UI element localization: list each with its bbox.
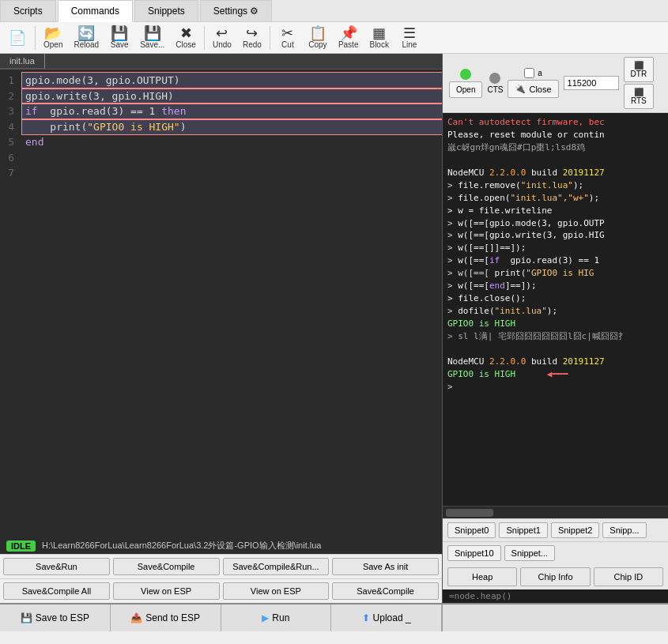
upload-button[interactable]: ⬆ Upload _	[331, 604, 442, 631]
cts-group: CTS	[487, 73, 503, 94]
view-on-esp2-button[interactable]: View on ESP	[223, 582, 330, 600]
terminal-line: > file.close();	[447, 292, 663, 305]
save-run-button[interactable]: Save&Run	[3, 558, 110, 575]
redo-icon: ↪	[246, 26, 258, 40]
snippet2-button[interactable]: Snippet2	[551, 522, 599, 538]
close-button[interactable]: ✖Close	[171, 24, 201, 51]
view-on-esp-button[interactable]: View on ESP	[113, 582, 220, 600]
scroll-thumb[interactable]	[446, 509, 493, 517]
snippet1-button[interactable]: Snippet1	[499, 522, 547, 538]
bottom-bar: 💾 Save to ESP 📤 Send to ESP ▶ Run ⬆ Uplo…	[0, 603, 668, 631]
close-conn-button[interactable]: 🔌 Close	[508, 80, 558, 98]
open-button-conn[interactable]: Open	[449, 81, 482, 98]
scroll-bar[interactable]	[443, 506, 668, 518]
open-icon: 📂	[44, 26, 62, 40]
snippet10-button[interactable]: Snippet10	[447, 545, 501, 561]
tab-settings[interactable]: Settings ⚙	[200, 0, 273, 21]
code-line-4: if gpio.read(3) == 1 then	[22, 104, 442, 119]
line-icon: ☰	[403, 26, 416, 40]
tab-commands[interactable]: Commands	[58, 0, 133, 22]
save-button[interactable]: 💾Save	[105, 24, 134, 51]
snippet11-button[interactable]: Snippet...	[504, 545, 555, 561]
footer-note: =node.heap()	[443, 589, 668, 603]
terminal-line: > sl l满| 宅郢囧囧囧囧囧囧l囧c|喊囧囧扌	[447, 330, 663, 343]
save-to-esp-button[interactable]: 💾 Save to ESP	[0, 604, 111, 631]
terminal-line: > w([==[gpio.write(3, gpio.HIG	[447, 229, 663, 242]
terminal-line	[447, 343, 663, 356]
green-indicator	[460, 69, 471, 80]
undo-button[interactable]: ↩Undo	[208, 24, 236, 51]
line-num-4: 4	[0, 119, 14, 135]
top-tabs: Scripts Commands Snippets Settings ⚙	[0, 0, 668, 22]
chip-info-button[interactable]: Chip Info	[520, 567, 590, 586]
line-num-5: 5	[0, 134, 14, 150]
save-as-button[interactable]: 💾Save...	[135, 24, 169, 51]
editor-area[interactable]: 1 2 3 4 5 6 7 gpio.mode(3, gpio.OUTPUT) …	[0, 70, 442, 537]
rts-icon: ⬛	[634, 88, 643, 96]
line-num-6: 6	[0, 150, 14, 166]
line-num-3: 3	[0, 104, 14, 119]
save-compile2-button[interactable]: Save&Compile	[332, 582, 439, 600]
toolbar-sep-1	[35, 26, 36, 50]
save-as-init-button[interactable]: Save As init	[332, 558, 439, 575]
run-icon: ▶	[262, 612, 269, 623]
save-as-icon: 💾	[144, 26, 161, 40]
terminal-line: GPIO0 is HIGH ◀━━━	[447, 368, 663, 381]
right-panel: Open CTS a 🔌 Close ⬛DTR ⬛RTS	[443, 54, 668, 603]
chip-id-button[interactable]: Chip ID	[594, 567, 663, 586]
cut-icon: ✂	[281, 26, 293, 40]
terminal-line: > w([==[]]==]);	[447, 242, 663, 254]
terminal-line: > dofile("init.lua");	[447, 305, 663, 318]
bottom-left-bar: 💾 Save to ESP 📤 Send to ESP ▶ Run ⬆ Uplo…	[0, 604, 443, 631]
snippet0-button[interactable]: Snippet0	[447, 522, 496, 538]
close-icon: ✖	[180, 26, 192, 40]
code-line-5: print("GPIO0 is HIGH")	[22, 119, 442, 135]
send-to-esp-button[interactable]: 📤 Send to ESP	[111, 604, 221, 631]
file-tabs-bar: init.lua	[0, 54, 442, 70]
save-icon: 💾	[111, 26, 128, 40]
idle-badge: IDLE	[6, 540, 36, 552]
copy-button[interactable]: 📋Copy	[304, 24, 332, 51]
code-line-1: gpio.mode(3, gpio.OUTPUT)	[22, 73, 442, 89]
status-bar: IDLE H:\Learn8266ForLua\Learn8266ForLua\…	[0, 537, 442, 554]
run-button[interactable]: ▶ Run	[221, 604, 332, 631]
copy-icon: 📋	[309, 26, 326, 40]
connection-bar: Open CTS a 🔌 Close ⬛DTR ⬛RTS	[443, 54, 668, 113]
terminal-line: >	[447, 381, 663, 394]
file-tab-init-lua[interactable]: init.lua	[0, 54, 45, 69]
terminal-line: GPIO0 is HIGH	[447, 318, 663, 330]
tab-snippets[interactable]: Snippets	[134, 0, 198, 21]
line-button[interactable]: ☰Line	[395, 24, 424, 51]
save-compile-button[interactable]: Save&Compile	[113, 558, 220, 575]
terminal-line: > w([==[if gpio.read(3) == 1	[447, 254, 663, 267]
new-icon: 📄	[9, 31, 26, 45]
save-compile-all-button[interactable]: Save&Compile All	[3, 582, 110, 600]
block-button[interactable]: ▦Block	[364, 24, 393, 51]
code-content[interactable]: gpio.mode(3, gpio.OUTPUT) gpio.write(3, …	[19, 73, 442, 181]
auto-checkbox[interactable]	[524, 68, 534, 78]
terminal-line: > w([==[ print("GPIO0 is HIG	[447, 267, 663, 280]
snippet-row-1: Snippet0 Snippet1 Snippet2 Snipp...	[443, 518, 668, 541]
reload-button[interactable]: 🔄Reload	[69, 24, 104, 51]
baud-input[interactable]	[564, 76, 619, 90]
bottom-right-bar	[443, 604, 668, 631]
cut-button[interactable]: ✂Cut	[274, 24, 302, 51]
paste-button[interactable]: 📌Paste	[334, 24, 364, 51]
code-line-6: end	[22, 134, 442, 150]
snippet3-button[interactable]: Snipp...	[602, 522, 646, 538]
terminal-line: Please, reset module or contin	[447, 129, 663, 141]
dtr-button[interactable]: ⬛DTR	[624, 57, 655, 82]
terminal-line: Can't autodetect firmware, bec	[447, 116, 663, 129]
heap-button[interactable]: Heap	[447, 567, 517, 586]
save-compile-run-button[interactable]: Save&Compile&Run...	[223, 558, 330, 575]
terminal-line: > w([==[end]==]);	[447, 280, 663, 292]
cts-indicator	[489, 73, 500, 84]
redo-button[interactable]: ↪Redo	[238, 24, 266, 51]
open-button[interactable]: 📂Open	[39, 24, 67, 51]
tab-scripts[interactable]: Scripts	[0, 0, 56, 21]
right-bottom-btns: Heap Chip Info Chip ID	[443, 564, 668, 589]
new-button[interactable]: 📄	[3, 28, 32, 47]
left-panel: init.lua 1 2 3 4 5 6 7 gpio.mode(3, gpio…	[0, 54, 443, 603]
terminal[interactable]: Can't autodetect firmware, becPlease, re…	[443, 113, 668, 506]
rts-button[interactable]: ⬛RTS	[624, 84, 655, 109]
